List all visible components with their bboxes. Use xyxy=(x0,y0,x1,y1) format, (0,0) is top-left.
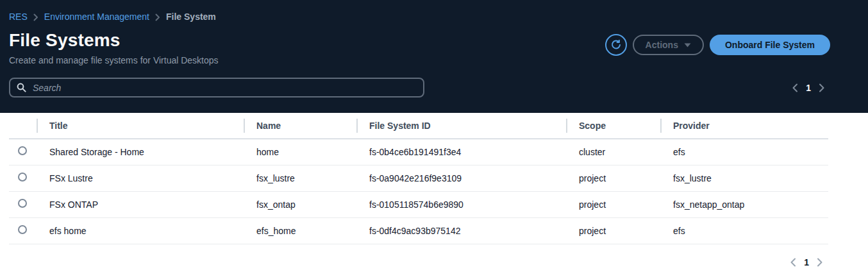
column-header-name: Name xyxy=(244,113,356,139)
cell-provider: efs xyxy=(660,139,828,165)
search-icon xyxy=(17,83,26,92)
breadcrumb-current-file-system: File System xyxy=(166,12,216,22)
breadcrumb-link-res[interactable]: RES xyxy=(9,12,28,22)
cell-title: FSx ONTAP xyxy=(37,191,244,217)
cell-scope: project xyxy=(566,165,660,191)
column-divider xyxy=(566,119,567,133)
refresh-button[interactable] xyxy=(605,34,627,56)
column-divider xyxy=(356,119,358,133)
cell-name: fsx_lustre xyxy=(244,165,356,191)
next-page-button[interactable] xyxy=(814,80,830,96)
column-divider xyxy=(37,119,38,133)
actions-dropdown-button[interactable]: Actions xyxy=(633,35,704,55)
chevron-right-icon xyxy=(819,83,825,92)
cell-scope: project xyxy=(566,191,660,217)
table-area: Title Name File System ID Scope Provider… xyxy=(0,113,868,271)
cell-title: FSx Lustre xyxy=(37,165,244,191)
cell-name: efs_home xyxy=(244,217,356,244)
bottom-pagination-row: 1 xyxy=(9,254,828,271)
column-divider xyxy=(244,119,245,133)
cell-scope: cluster xyxy=(566,139,660,165)
actions-dropdown-label: Actions xyxy=(646,40,678,50)
cell-scope: project xyxy=(566,217,660,244)
refresh-icon xyxy=(611,40,621,50)
table-row: FSx ONTAP fsx_ontap fs-0105118574b6e9890… xyxy=(9,191,828,217)
cell-title: Shared Storage - Home xyxy=(37,139,244,165)
table-header-row: Title Name File System ID Scope Provider xyxy=(9,113,828,139)
row-select-radio[interactable] xyxy=(18,146,27,155)
cell-provider: fsx_netapp_ontap xyxy=(660,191,828,217)
cell-provider: fsx_lustre xyxy=(660,165,828,191)
row-select-radio[interactable] xyxy=(18,225,27,234)
search-box xyxy=(9,78,424,97)
current-page-number[interactable]: 1 xyxy=(801,257,812,267)
next-page-button[interactable] xyxy=(812,254,828,271)
table-row: efs home efs_home fs-0df4c9ac93b975142 p… xyxy=(9,217,828,244)
header-actions: Actions Onboard File System xyxy=(605,34,830,56)
column-header-title: Title xyxy=(37,113,244,139)
row-select-radio[interactable] xyxy=(18,199,27,208)
column-header-provider: Provider xyxy=(660,113,828,139)
page-subtitle: Create and manage file systems for Virtu… xyxy=(9,55,859,65)
row-select-radio[interactable] xyxy=(18,173,27,182)
chevron-right-icon xyxy=(33,13,38,21)
table-row: Shared Storage - Home home fs-0b4ce6b191… xyxy=(9,139,828,165)
column-header-file-system-id: File System ID xyxy=(356,113,566,139)
cell-provider: efs xyxy=(660,217,828,244)
previous-page-button[interactable] xyxy=(787,80,803,96)
cell-file-system-id: fs-0b4ce6b191491f3e4 xyxy=(356,139,566,165)
cell-file-system-id: fs-0df4c9ac93b975142 xyxy=(356,217,566,244)
cell-name: fsx_ontap xyxy=(244,191,356,217)
file-systems-table: Title Name File System ID Scope Provider… xyxy=(9,113,828,244)
cell-title: efs home xyxy=(37,217,244,244)
column-header-scope: Scope xyxy=(566,113,660,139)
chevron-left-icon xyxy=(790,258,796,267)
cell-name: home xyxy=(244,139,356,165)
file-systems-page: RES Environment Management File System F… xyxy=(0,0,868,271)
table-row: FSx Lustre fsx_lustre fs-0a9042e216f9e31… xyxy=(9,165,828,191)
cell-file-system-id: fs-0105118574b6e9890 xyxy=(356,191,566,217)
caret-down-icon xyxy=(684,43,691,47)
breadcrumb: RES Environment Management File System xyxy=(9,12,859,22)
top-pagination: 1 xyxy=(787,80,830,96)
chevron-left-icon xyxy=(792,83,798,92)
table-toolbar: 1 xyxy=(9,78,859,97)
onboard-file-system-button[interactable]: Onboard File System xyxy=(710,35,830,55)
search-input[interactable] xyxy=(31,82,417,94)
page-header: RES Environment Management File System F… xyxy=(0,0,868,113)
selection-column-header xyxy=(9,113,37,139)
column-divider xyxy=(660,119,662,133)
chevron-right-icon xyxy=(817,258,823,267)
breadcrumb-link-environment-management[interactable]: Environment Management xyxy=(44,12,149,22)
cell-file-system-id: fs-0a9042e216f9e3109 xyxy=(356,165,566,191)
current-page-number[interactable]: 1 xyxy=(803,83,814,93)
bottom-pagination: 1 xyxy=(785,254,828,271)
previous-page-button[interactable] xyxy=(785,254,801,271)
chevron-right-icon xyxy=(155,13,160,21)
